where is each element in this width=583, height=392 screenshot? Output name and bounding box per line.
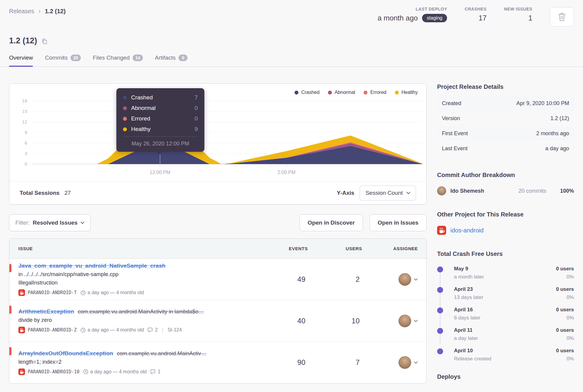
tab-artifacts[interactable]: Artifacts 0 xyxy=(155,54,188,67)
assignee-dropdown[interactable] xyxy=(362,315,418,327)
issue-users-count: 7 xyxy=(308,358,362,367)
commit-author-row: Ido Shemesh 20 commits 100% xyxy=(437,186,574,195)
timeline-dot-icon xyxy=(437,348,443,354)
open-in-discover-button[interactable]: Open in Discover xyxy=(300,214,363,231)
tab-overview-label: Overview xyxy=(9,54,33,61)
external-issue-ref[interactable]: SI-124 xyxy=(168,327,182,333)
header-stats: LAST DEPLOY a month ago staging CRASHES … xyxy=(377,7,574,26)
assignee-dropdown[interactable] xyxy=(362,356,418,369)
issue-link[interactable]: ArrayIndexOutOfBoundsException xyxy=(18,350,113,356)
tooltip-row: Abnormal 0 xyxy=(123,105,198,111)
issue-age: a day ago — 4 months old xyxy=(80,327,144,333)
svg-text:12:00 PM: 12:00 PM xyxy=(150,170,170,175)
issue-culprit: com.example.vu.android.MainActiv… xyxy=(117,350,206,356)
open-in-issues-button[interactable]: Open in Issues xyxy=(370,214,427,231)
legend-errored-label: Errored xyxy=(370,90,386,95)
tooltip-crashed-label: Crashed xyxy=(131,94,190,101)
issue-link[interactable]: ArithmeticException xyxy=(18,308,74,315)
project-slug: PARANOID-ANDROID-T xyxy=(28,290,77,295)
chart-tooltip: Crashed 7 Abnormal 0 Errored 0 xyxy=(116,88,204,152)
healthy-dot-icon xyxy=(123,127,127,131)
legend-item-crashed[interactable]: Crashed xyxy=(295,90,319,95)
timeline-date: April 10 xyxy=(454,348,473,354)
copy-icon xyxy=(41,38,48,45)
tab-files-changed[interactable]: Files Changed 14 xyxy=(93,54,143,67)
timeline-dot-icon xyxy=(437,287,443,293)
legend-healthy-label: Healthy xyxy=(402,90,418,95)
details-heading: Project Release Details xyxy=(437,83,574,90)
tab-overview[interactable]: Overview xyxy=(9,54,33,67)
timeline-date: April 16 xyxy=(454,307,473,313)
copy-version-button[interactable] xyxy=(41,38,48,45)
errored-dot-icon xyxy=(364,91,367,95)
project-chip[interactable]: PARANOID-ANDROID-10 xyxy=(18,369,80,375)
total-sessions-value: 27 xyxy=(65,190,71,196)
timeline-subtitle: 6 days later xyxy=(454,315,481,321)
chevron-down-icon xyxy=(80,222,84,224)
filter-label: Filter: xyxy=(15,219,30,226)
legend-crashed-label: Crashed xyxy=(301,90,319,95)
stat-crashes: CRASHES 17 xyxy=(465,7,487,22)
detail-value: a day ago xyxy=(545,145,569,152)
tooltip-healthy-value: 9 xyxy=(194,126,198,132)
crashed-dot-icon xyxy=(295,91,298,95)
assignee-dropdown[interactable] xyxy=(362,273,418,286)
timeline-date: April 23 xyxy=(454,286,473,292)
issues-filter-dropdown[interactable]: Filter: Resolved Issues xyxy=(9,214,91,231)
timeline-entry: April 16 0 users 6 days later 0% xyxy=(437,307,574,321)
svg-text:15: 15 xyxy=(22,109,27,114)
crash-free-heading: Total Crash Free Users xyxy=(437,250,574,257)
svg-text:9: 9 xyxy=(25,130,27,135)
avatar xyxy=(399,273,411,286)
y-axis-selected-value: Session Count xyxy=(365,190,403,196)
timeline-date: April 11 xyxy=(454,327,472,333)
project-chip[interactable]: PARANOID-ANDROID-T xyxy=(18,289,77,296)
project-slug: PARANOID-ANDROID-Z xyxy=(28,327,77,333)
unresolved-marker xyxy=(9,306,11,314)
errored-dot-icon xyxy=(123,117,127,121)
issue-row: ArithmeticExceptioncom.example.vu.androi… xyxy=(9,300,426,342)
issue-age: a day ago — 4 months old xyxy=(83,369,147,375)
other-project-link[interactable]: idos-android xyxy=(450,227,484,234)
issue-events-count: 40 xyxy=(254,317,308,325)
unresolved-marker xyxy=(9,264,11,272)
detail-row-version: Version 1.2 (12) xyxy=(437,111,574,126)
tab-artifacts-label: Artifacts xyxy=(155,54,176,61)
crashed-dot-icon xyxy=(123,96,127,100)
project-chip[interactable]: PARANOID-ANDROID-Z xyxy=(18,327,77,333)
tab-files-changed-label: Files Changed xyxy=(93,54,130,61)
tab-commits-label: Commits xyxy=(45,54,68,61)
issue-message: IllegalInstruction xyxy=(18,280,249,286)
timeline-entry: April 23 0 users 13 days later 0% xyxy=(437,286,574,300)
svg-text:2:00 PM: 2:00 PM xyxy=(278,170,296,175)
timeline-percent: 0% xyxy=(566,356,574,362)
timeline-users: 0 users xyxy=(556,307,574,313)
timeline-users: 0 users xyxy=(556,286,574,292)
svg-text:3: 3 xyxy=(25,151,27,156)
breadcrumb-releases[interactable]: Releases xyxy=(9,8,34,15)
column-assignee: ASSIGNEE xyxy=(362,246,418,251)
clock-icon xyxy=(80,328,86,333)
detail-key: Created xyxy=(442,100,461,107)
issue-users-count: 2 xyxy=(308,275,362,284)
tab-commits[interactable]: Commits 20 xyxy=(45,54,81,67)
java-platform-icon xyxy=(18,289,25,296)
avatar xyxy=(437,186,446,195)
delete-release-button[interactable] xyxy=(550,7,574,26)
breadcrumb-current: 1.2 (12) xyxy=(45,8,66,15)
tooltip-row: Healthy 9 xyxy=(123,126,198,132)
issue-message: divide by zero xyxy=(18,317,249,323)
resolved-issues-table: ISSUE EVENTS USERS ASSIGNEE Java_com_exa… xyxy=(9,238,427,384)
stat-new-issues: NEW ISSUES 1 xyxy=(504,7,532,22)
legend-item-errored[interactable]: Errored xyxy=(364,90,386,95)
chart-legend: Crashed Abnormal Errored Healthy xyxy=(295,90,418,95)
issue-link[interactable]: Java_com_example_vu_android_NativeSample… xyxy=(18,263,165,269)
comment-icon xyxy=(147,328,153,332)
y-axis-select[interactable]: Session Count xyxy=(360,185,416,201)
legend-item-healthy[interactable]: Healthy xyxy=(395,90,418,95)
issue-message: length=1; index=2 xyxy=(18,359,249,365)
timeline-percent: 0% xyxy=(566,274,574,280)
issue-row: Java_com_example_vu_android_NativeSample… xyxy=(9,259,426,300)
detail-key: First Event xyxy=(442,130,468,137)
legend-item-abnormal[interactable]: Abnormal xyxy=(328,90,355,95)
